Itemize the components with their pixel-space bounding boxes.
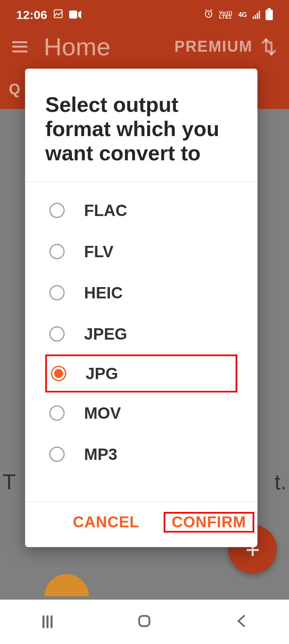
format-option-jpeg[interactable]: JPEG <box>25 313 257 355</box>
signal-icon <box>253 11 260 19</box>
tab-fragment: Q <box>9 81 21 98</box>
radio-icon <box>49 405 65 421</box>
radio-icon <box>49 285 65 300</box>
format-option-mp3[interactable]: MP3 <box>25 434 257 475</box>
svg-marker-2 <box>78 10 81 19</box>
format-option-label: MP3 <box>84 445 117 464</box>
format-option-list: FLACFLVHEICJPEGJPGMOVMP3 <box>25 181 257 502</box>
battery-icon <box>266 10 273 20</box>
cancel-button[interactable]: CANCEL <box>66 508 146 537</box>
network-type: 4G <box>238 11 247 19</box>
back-button[interactable] <box>236 614 247 629</box>
bg-left-text: T <box>2 469 16 494</box>
status-bar: 12:06 Vo))) LTE1 4G <box>0 8 289 22</box>
format-option-flac[interactable]: FLAC <box>25 190 257 231</box>
format-option-label: HEIC <box>84 284 123 302</box>
volte-indicator: Vo))) LTE1 <box>219 11 233 19</box>
video-icon <box>69 8 81 22</box>
format-option-label: JPEG <box>84 325 127 343</box>
svg-rect-4 <box>139 616 150 626</box>
format-option-label: FLAC <box>84 201 127 220</box>
bg-right-text: t. <box>274 469 287 494</box>
premium-button[interactable]: PREMIUM <box>175 38 253 55</box>
image-icon <box>53 8 63 22</box>
sync-icon[interactable] <box>261 37 277 57</box>
format-dialog: Select output format which you want conv… <box>25 69 257 547</box>
dialog-actions: CANCEL CONFIRM <box>25 502 257 547</box>
home-button[interactable] <box>137 614 151 629</box>
svg-rect-1 <box>69 10 77 19</box>
radio-icon <box>49 447 65 462</box>
confirm-button[interactable]: CONFIRM <box>165 508 253 536</box>
radio-icon <box>51 366 66 381</box>
menu-icon[interactable] <box>12 41 27 52</box>
alarm-icon <box>204 9 213 21</box>
format-option-label: JPG <box>86 365 118 383</box>
format-option-mov[interactable]: MOV <box>25 392 257 434</box>
svg-rect-0 <box>54 10 62 18</box>
status-time: 12:06 <box>16 8 47 22</box>
page-title: Home <box>44 32 110 61</box>
format-option-label: MOV <box>84 404 121 422</box>
decorative-shape <box>44 574 89 596</box>
format-option-jpg[interactable]: JPG <box>45 355 237 392</box>
system-navbar <box>0 600 289 644</box>
format-option-label: FLV <box>84 243 114 261</box>
radio-icon <box>49 326 65 342</box>
format-option-heic[interactable]: HEIC <box>25 272 257 313</box>
toolbar: Home PREMIUM <box>0 32 289 61</box>
dialog-title: Select output format which you want conv… <box>25 69 257 181</box>
recents-button[interactable] <box>42 615 53 628</box>
radio-icon <box>49 244 65 259</box>
format-option-flv[interactable]: FLV <box>25 231 257 272</box>
confirm-highlight: CONFIRM <box>164 512 254 533</box>
radio-icon <box>49 203 65 218</box>
